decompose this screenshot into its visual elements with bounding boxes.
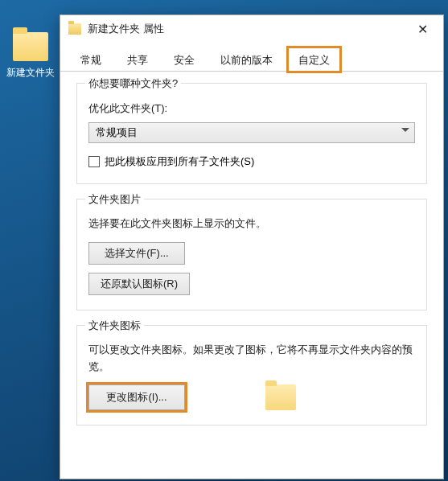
group-folder-picture: 文件夹图片 选择要在此文件夹图标上显示的文件。 选择文件(F)... 还原默认图… bbox=[76, 199, 427, 310]
choose-file-button[interactable]: 选择文件(F)... bbox=[88, 242, 185, 265]
tab-general[interactable]: 常规 bbox=[70, 47, 112, 72]
chevron-down-icon bbox=[401, 128, 409, 136]
change-icon-button[interactable]: 更改图标(I)... bbox=[88, 384, 185, 410]
folder-preview-icon bbox=[265, 384, 296, 410]
group-folder-icon-legend: 文件夹图标 bbox=[85, 319, 144, 333]
group-folder-type-legend: 你想要哪种文件夹? bbox=[85, 76, 181, 91]
tab-previous-versions[interactable]: 以前的版本 bbox=[210, 47, 283, 72]
folder-icon bbox=[13, 32, 48, 61]
title-folder-icon bbox=[68, 23, 81, 35]
group-folder-picture-legend: 文件夹图片 bbox=[85, 192, 144, 207]
group-folder-icon: 文件夹图标 可以更改文件夹图标。如果更改了图标，它将不再显示文件夹内容的预览。 … bbox=[76, 325, 427, 426]
close-icon: ✕ bbox=[417, 22, 428, 37]
folder-icon-desc: 可以更改文件夹图标。如果更改了图标，它将不再显示文件夹内容的预览。 bbox=[88, 342, 415, 376]
optimize-label: 优化此文件夹(T): bbox=[88, 101, 415, 116]
tab-sharing[interactable]: 共享 bbox=[117, 47, 158, 72]
optimize-select-value: 常规项目 bbox=[96, 125, 138, 140]
apply-subfolders-label: 把此模板应用到所有子文件夹(S) bbox=[105, 154, 254, 169]
apply-subfolders-checkbox[interactable]: 把此模板应用到所有子文件夹(S) bbox=[88, 154, 415, 169]
properties-dialog: 新建文件夹 属性 ✕ 常规 共享 安全 以前的版本 自定义 你想要哪种文件夹? … bbox=[60, 14, 444, 479]
optimize-select[interactable]: 常规项目 bbox=[88, 122, 415, 143]
customize-panel: 你想要哪种文件夹? 优化此文件夹(T): 常规项目 把此模板应用到所有子文件夹(… bbox=[60, 72, 443, 479]
folder-picture-desc: 选择要在此文件夹图标上显示的文件。 bbox=[88, 216, 415, 232]
desktop: 新建文件夹 新建文件夹 属性 ✕ 常规 共享 安全 以前的版本 自定义 你想要哪… bbox=[0, 0, 448, 481]
restore-default-button[interactable]: 还原默认图标(R) bbox=[88, 273, 190, 295]
tab-customize[interactable]: 自定义 bbox=[288, 47, 340, 72]
tabstrip: 常规 共享 安全 以前的版本 自定义 bbox=[60, 47, 443, 72]
tab-security[interactable]: 安全 bbox=[163, 47, 205, 72]
checkbox-icon bbox=[88, 156, 100, 167]
desktop-folder-label: 新建文件夹 bbox=[5, 66, 56, 80]
titlebar: 新建文件夹 属性 ✕ bbox=[60, 15, 443, 43]
close-button[interactable]: ✕ bbox=[405, 17, 440, 41]
desktop-folder-icon[interactable]: 新建文件夹 bbox=[5, 32, 56, 80]
dialog-title: 新建文件夹 属性 bbox=[88, 22, 405, 36]
group-folder-type: 你想要哪种文件夹? 优化此文件夹(T): 常规项目 把此模板应用到所有子文件夹(… bbox=[76, 83, 427, 184]
